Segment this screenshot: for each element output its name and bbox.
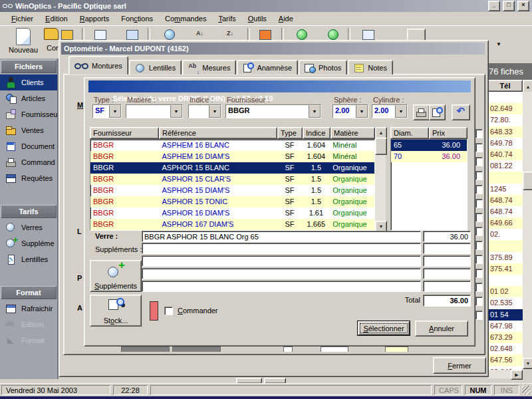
- resize-grip[interactable]: [522, 386, 531, 394]
- dialog-titlebar[interactable]: Optométrie - Marcel DUPONT (4162): [61, 43, 485, 55]
- diam-row[interactable]: 7036.00: [391, 151, 467, 162]
- toolbar-icon[interactable]: A↓: [196, 30, 203, 37]
- sidebar-item-edition[interactable]: Edition: [0, 317, 57, 332]
- toolbar-icon[interactable]: [362, 30, 374, 40]
- tab-lentilles[interactable]: Lentilles: [129, 60, 182, 74]
- sidebar-item-clients[interactable]: Clients: [0, 74, 57, 90]
- menu-fichier[interactable]: Fichier: [5, 13, 39, 25]
- menu-edition[interactable]: Edition: [39, 13, 74, 25]
- column-header-diam[interactable]: Diam.: [390, 127, 429, 139]
- toolbar-icon[interactable]: [297, 29, 307, 40]
- tel-row[interactable]: 673.29: [487, 332, 523, 343]
- filter-combo-type[interactable]: SF▼: [92, 104, 122, 118]
- tel-row[interactable]: 72.80.: [487, 114, 523, 126]
- tab-anamnèse[interactable]: Anamnèse: [237, 60, 298, 74]
- tab-notes[interactable]: Notes: [348, 60, 393, 74]
- tel-row[interactable]: 647.98: [487, 321, 523, 332]
- column-header-fournisseur[interactable]: Fournisseur: [90, 127, 159, 139]
- lens-row[interactable]: BBGRASPHEM 16 DIAM'SSF1.604Minéral: [90, 151, 374, 162]
- lens-row[interactable]: BBGRASPHOR 15 CLAR'SSF1.5Organique: [90, 174, 374, 185]
- column-header-type[interactable]: Type: [277, 127, 303, 139]
- filter-combo-sphère[interactable]: 2.00▼: [332, 104, 368, 118]
- fermer-button[interactable]: Fermer: [433, 357, 486, 374]
- diam-table-header[interactable]: Diam.Prix: [390, 127, 467, 139]
- lens-row[interactable]: BBGRASPHOR 15 DIAM'SSF1.5Organique: [90, 185, 374, 196]
- lens-row[interactable]: BBGRASPHOR 15 TONICSF1.5Organique: [90, 196, 374, 207]
- combo-dropdown-arrow[interactable]: ▼: [170, 105, 182, 118]
- tel-row[interactable]: 648.74: [487, 195, 523, 206]
- commander-label[interactable]: Commander: [178, 307, 218, 315]
- tel-row[interactable]: 648.74: [487, 206, 523, 217]
- toolbar-icon[interactable]: [328, 29, 338, 40]
- lens-row[interactable]: BBGRASPHOR 167 DIAM'SSF1.665Organique: [90, 219, 374, 230]
- supplement-field[interactable]: [142, 268, 421, 279]
- sidebar-item-lentilles[interactable]: Lentilles: [0, 251, 57, 267]
- column-header-indice[interactable]: Indice: [303, 127, 331, 139]
- sidebar-item-command[interactable]: Command: [0, 154, 57, 170]
- sidebar-item-document[interactable]: Document: [0, 138, 57, 154]
- tel-row[interactable]: 640.74: [487, 149, 523, 160]
- column-header-prix[interactable]: Prix: [429, 127, 467, 139]
- sidebar-item-verres[interactable]: Verres: [0, 219, 57, 235]
- supplement-price-field[interactable]: [423, 255, 471, 267]
- new-document-button[interactable]: Nouveau: [4, 27, 43, 57]
- commander-checkbox[interactable]: [164, 307, 173, 315]
- sidebar-item-articles[interactable]: Articles: [0, 90, 57, 106]
- sidebar-item-format[interactable]: Format: [0, 332, 57, 348]
- combo-dropdown-arrow[interactable]: ▼: [395, 105, 407, 118]
- stock-button[interactable]: Stock...: [90, 295, 142, 327]
- lens-row[interactable]: BBGRASPHOR 16 DIAM'SSF1.61Organique: [90, 207, 374, 219]
- tel-row[interactable]: [487, 92, 523, 103]
- supplement-price-field[interactable]: [423, 281, 471, 292]
- toolbar-icon[interactable]: [94, 30, 106, 40]
- print-preview-button[interactable]: [429, 104, 446, 120]
- toolbar-icon[interactable]: [164, 29, 175, 40]
- toolbar-icon[interactable]: Z↓: [227, 30, 233, 37]
- tel-row[interactable]: 647.56: [487, 354, 523, 366]
- tel-row[interactable]: 375.41: [487, 263, 523, 275]
- combo-dropdown-arrow[interactable]: ▼: [356, 105, 368, 118]
- tel-row[interactable]: 01 02: [487, 286, 523, 297]
- tel-row[interactable]: [487, 275, 523, 286]
- toolbar-partial-folder-icon[interactable]: [44, 28, 59, 40]
- combo-dropdown-arrow[interactable]: ▼: [309, 105, 321, 118]
- filter-combo-matière[interactable]: ▼: [126, 104, 183, 118]
- tel-row[interactable]: 02.649: [487, 103, 523, 114]
- scroll-down-button[interactable]: ▼: [523, 358, 532, 369]
- lens-table-header[interactable]: FournisseurRéférenceTypeIndiceMatière: [90, 127, 375, 139]
- lens-row[interactable]: BBGRASPHOR 15 BLANCSF1.5Organique: [90, 162, 374, 174]
- column-header-rfrence[interactable]: Référence: [159, 127, 277, 139]
- sidebar-item-fournisseu[interactable]: Fournisseu: [0, 106, 57, 122]
- verre-price-field[interactable]: 36.00: [423, 231, 471, 242]
- tel-row[interactable]: 1245: [487, 184, 523, 195]
- maximize-button[interactable]: □: [503, 1, 515, 11]
- tel-row[interactable]: 081.22: [487, 160, 523, 172]
- toolbar-icon[interactable]: [126, 30, 138, 40]
- toolbar-button-fragment[interactable]: [407, 29, 426, 41]
- supplement-price-field[interactable]: [423, 268, 471, 279]
- menu-tarifs[interactable]: Tarifs: [212, 13, 241, 25]
- sidebar-item-supplme[interactable]: Suppléme: [0, 235, 57, 251]
- tel-row[interactable]: [487, 172, 523, 183]
- supplement-price-field[interactable]: [423, 243, 471, 254]
- tel-vscrollbar-track[interactable]: [523, 92, 532, 358]
- verre-field[interactable]: BBGR ASPHOR 15 BLANC Org 65: [142, 231, 421, 242]
- tel-row[interactable]: 02.: [487, 229, 523, 240]
- combo-dropdown-arrow[interactable]: ▼: [109, 105, 121, 118]
- undo-button[interactable]: [452, 104, 470, 120]
- tel-column-header[interactable]: Tél: [487, 80, 523, 92]
- combo-dropdown-arrow[interactable]: ▼: [209, 105, 221, 118]
- supplement-field[interactable]: [142, 255, 421, 267]
- supplement-field[interactable]: [142, 281, 421, 292]
- print-button[interactable]: [413, 104, 430, 120]
- tel-row[interactable]: 649.78: [487, 138, 523, 149]
- tab-mesures[interactable]: Mesures: [182, 60, 236, 74]
- toolbar-combo-arrow[interactable]: ▼: [496, 41, 501, 47]
- tel-hscrollbar-track[interactable]: [487, 370, 512, 378]
- tel-vscrollbar-thumb[interactable]: [523, 172, 532, 190]
- minimize-button[interactable]: _: [488, 1, 500, 11]
- tel-row[interactable]: 375.89: [487, 252, 523, 263]
- supplements-button[interactable]: Suppléments: [90, 260, 142, 292]
- tel-row[interactable]: 649.66: [487, 217, 523, 229]
- diam-row[interactable]: 6536.00: [391, 140, 467, 151]
